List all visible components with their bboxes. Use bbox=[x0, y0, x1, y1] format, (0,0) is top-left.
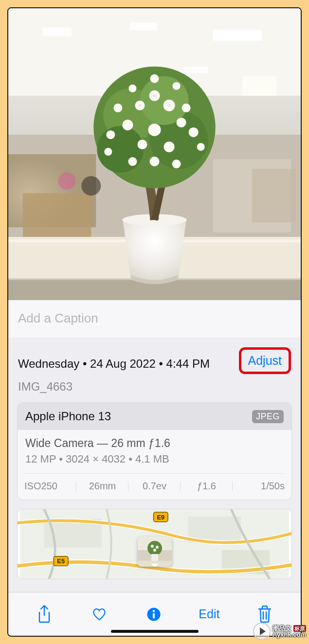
favorite-button[interactable] bbox=[86, 605, 113, 624]
svg-point-36 bbox=[172, 160, 181, 168]
svg-point-27 bbox=[122, 120, 133, 130]
svg-point-56 bbox=[151, 545, 154, 548]
road-shield-e9: E9 bbox=[157, 514, 164, 521]
svg-point-46 bbox=[167, 104, 171, 107]
svg-rect-63 bbox=[153, 613, 155, 618]
exif-shutter: 1/50s bbox=[233, 481, 285, 492]
heart-icon bbox=[91, 605, 108, 624]
camera-info-card: Apple iPhone 13 JPEG Wide Camera — 26 mm… bbox=[17, 402, 292, 500]
photo-info-panel: Add a Caption Wednesday • 24 Aug 2022 • … bbox=[7, 7, 302, 637]
svg-point-58 bbox=[153, 549, 156, 552]
edit-button[interactable]: Edit bbox=[195, 607, 223, 621]
svg-point-39 bbox=[150, 74, 159, 83]
play-icon bbox=[253, 623, 271, 640]
svg-point-40 bbox=[128, 85, 136, 92]
dimensions-info: 12 MP • 3024 × 4032 • 4.1 MB bbox=[25, 453, 284, 465]
svg-point-41 bbox=[173, 82, 181, 90]
share-button[interactable] bbox=[31, 605, 58, 624]
filename-label: IMG_4663 bbox=[17, 378, 292, 402]
map-photo-pin bbox=[138, 537, 172, 567]
svg-point-31 bbox=[164, 142, 175, 152]
svg-rect-9 bbox=[23, 193, 91, 237]
caption-placeholder: Add a Caption bbox=[18, 311, 98, 325]
svg-point-23 bbox=[97, 126, 144, 173]
road-shield-e5: E5 bbox=[57, 557, 65, 565]
svg-rect-4 bbox=[213, 30, 262, 41]
svg-rect-59 bbox=[151, 554, 158, 562]
info-icon bbox=[145, 605, 162, 624]
capture-datetime: Wednesday • 24 Aug 2022 • 4:44 PM bbox=[18, 357, 210, 371]
info-button[interactable] bbox=[140, 605, 167, 624]
svg-point-32 bbox=[106, 130, 115, 139]
svg-rect-60 bbox=[138, 561, 172, 567]
svg-point-37 bbox=[113, 104, 122, 112]
trash-icon bbox=[256, 605, 273, 624]
format-badge: JPEG bbox=[252, 410, 284, 423]
exif-aperture: ƒ1.6 bbox=[181, 481, 233, 492]
svg-point-10 bbox=[81, 176, 101, 196]
exif-row: ISO250 26mm 0.7ev ƒ1.6 1/50s bbox=[24, 473, 285, 500]
svg-point-42 bbox=[197, 143, 205, 151]
svg-rect-12 bbox=[252, 169, 296, 222]
exif-iso: ISO250 bbox=[24, 481, 76, 492]
svg-rect-6 bbox=[242, 76, 276, 96]
svg-rect-2 bbox=[42, 28, 72, 36]
delete-button[interactable] bbox=[251, 605, 278, 624]
share-icon bbox=[36, 605, 53, 624]
source-watermark: 潮品文 标原 Ayxhk.com bbox=[253, 623, 306, 640]
svg-point-57 bbox=[156, 546, 159, 549]
adjust-button[interactable]: Adjust bbox=[239, 347, 291, 374]
metadata-section: Wednesday • 24 Aug 2022 • 4:44 PM Adjust… bbox=[8, 338, 301, 592]
svg-point-13 bbox=[58, 172, 75, 190]
svg-point-35 bbox=[128, 157, 137, 166]
lens-info: Wide Camera — 26 mm ƒ1.6 bbox=[25, 437, 284, 450]
svg-point-43 bbox=[104, 148, 112, 156]
svg-rect-5 bbox=[184, 67, 208, 73]
device-model: Apple iPhone 13 bbox=[25, 410, 111, 423]
svg-point-33 bbox=[189, 127, 199, 137]
caption-field[interactable]: Add a Caption bbox=[8, 300, 301, 338]
svg-point-29 bbox=[148, 124, 161, 136]
exif-focal: 26mm bbox=[76, 481, 128, 492]
location-map[interactable]: E9 E5 bbox=[17, 509, 292, 579]
svg-point-55 bbox=[147, 541, 162, 555]
svg-point-45 bbox=[138, 104, 141, 107]
home-indicator[interactable] bbox=[111, 630, 199, 633]
svg-point-62 bbox=[153, 609, 155, 611]
svg-point-34 bbox=[149, 157, 159, 166]
exif-ev: 0.7ev bbox=[128, 481, 181, 492]
svg-point-30 bbox=[137, 140, 147, 149]
svg-rect-3 bbox=[130, 23, 157, 31]
svg-point-28 bbox=[177, 118, 186, 127]
photo-preview[interactable] bbox=[8, 8, 301, 300]
svg-point-38 bbox=[182, 104, 191, 112]
svg-point-44 bbox=[152, 94, 156, 98]
